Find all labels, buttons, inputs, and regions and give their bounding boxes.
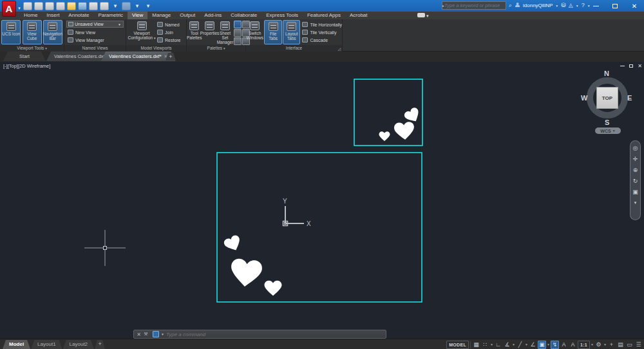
ucs-icon-toggle-button[interactable]: UCS Icon <box>1 20 21 44</box>
doc-close-button[interactable]: ✕ <box>638 63 642 69</box>
minimize-button[interactable] <box>586 0 605 12</box>
ribbon-tab-view[interactable]: View <box>128 12 147 19</box>
viewport-named-button[interactable]: Named <box>157 21 181 28</box>
navbar-caret-icon[interactable]: ▼ <box>634 200 638 206</box>
command-customize-wrench-icon[interactable]: ⚒ <box>144 332 147 337</box>
undo-icon[interactable] <box>100 2 109 10</box>
layout-tabs-toggle-button[interactable]: Layout Tabs <box>283 20 301 44</box>
tile-vertically-button[interactable]: Tile Vertically <box>302 28 342 36</box>
ribbon-icon[interactable] <box>234 29 242 37</box>
clean-screen-icon[interactable]: ▭ <box>625 341 634 349</box>
ribbon-tab-home[interactable]: Home <box>19 12 42 19</box>
redo-icon[interactable] <box>122 2 131 10</box>
polar-tracking-icon[interactable]: ∡ <box>503 341 511 349</box>
isodraft-icon[interactable]: ╱ <box>516 341 524 349</box>
save-as-icon[interactable] <box>56 2 65 10</box>
plot-yellow-icon[interactable] <box>67 2 76 10</box>
workspace-gear-icon[interactable]: ⚙ <box>594 341 603 349</box>
annotation-scale-button[interactable]: 1:1 <box>578 341 590 349</box>
workspace-gear-icon-caret[interactable]: ▼ <box>603 343 607 346</box>
help-icon[interactable]: ? <box>582 1 585 10</box>
object-snap-icon-caret[interactable]: ▼ <box>547 343 550 346</box>
undo-icon-caret[interactable]: ▾ <box>111 2 120 10</box>
heart-shape-5[interactable] <box>229 258 263 288</box>
annotation-monitor-icon[interactable]: + <box>607 341 616 349</box>
showmotion-icon[interactable]: ▣ <box>632 189 638 195</box>
view-cube-toggle-button[interactable]: View Cube <box>23 20 42 44</box>
polar-tracking-icon-caret[interactable]: ▼ <box>512 343 515 346</box>
command-line[interactable]: ✕ ⚒ ▼ <box>133 330 386 339</box>
navigation-bar[interactable]: ◎✛⊕↻▣▼ <box>630 140 641 220</box>
viewport-join-button[interactable]: Join <box>157 28 181 36</box>
command-close-icon[interactable]: ✕ <box>137 332 141 337</box>
new-view-button[interactable]: New View <box>68 28 126 36</box>
model-space-toggle[interactable]: MODEL <box>446 341 469 349</box>
ribbon-tab-parametric[interactable]: Parametric <box>93 12 128 19</box>
ribbon-tab-add-ins[interactable]: Add-ins <box>200 12 226 19</box>
view-manager-button[interactable]: View Manager <box>68 36 126 44</box>
user-menu-caret-icon[interactable]: ▼ <box>555 4 558 8</box>
doc-minimize-button[interactable] <box>620 66 625 66</box>
steering-wheel-icon[interactable]: ◎ <box>633 145 638 151</box>
annotation-objects-icon[interactable]: A <box>569 341 577 349</box>
mobile-share-icon[interactable] <box>78 2 87 10</box>
print-icon[interactable] <box>89 2 98 10</box>
pan-icon[interactable]: ✛ <box>633 156 638 162</box>
heart-shape-1[interactable] <box>403 106 422 125</box>
cart-icon[interactable]: ⛁ <box>561 1 566 10</box>
dialog-launcher-icon[interactable]: ◿ <box>337 46 341 51</box>
tile-horizontally-button[interactable]: Tile Horizontally <box>302 21 342 28</box>
ortho-icon[interactable]: ∟ <box>494 341 502 349</box>
file-tabs-toggle-button[interactable]: File Tabs <box>264 20 282 44</box>
layout-tab-model[interactable]: Model <box>3 340 30 349</box>
ribbon-tab-annotate[interactable]: Annotate <box>64 12 93 19</box>
compass-west[interactable]: W <box>581 94 587 102</box>
osnap-tracking-icon[interactable]: ∠ <box>529 341 537 349</box>
units-icon[interactable]: ▤ <box>616 341 625 349</box>
snap-mode-icon[interactable]: ∷ <box>481 341 489 349</box>
app-caret-icon[interactable]: ▼ <box>576 4 579 8</box>
recent-commands-caret-icon[interactable]: ▼ <box>161 332 164 336</box>
layout-tab-layout1[interactable]: Layout1 <box>31 340 62 349</box>
view-cube[interactable]: N S W E TOP WCS▼ <box>580 71 635 135</box>
username-label[interactable]: idonnyQillNP <box>523 3 553 8</box>
maximize-button[interactable] <box>605 0 625 12</box>
view-dropdown[interactable]: Unsaved View ▼ <box>66 21 124 28</box>
search-binoculars-icon[interactable]: ⌕ <box>509 1 512 10</box>
cascade-button[interactable]: Cascade <box>302 36 342 44</box>
customize-menu-icon[interactable]: ☰ <box>634 341 643 349</box>
command-input[interactable] <box>166 332 386 337</box>
viewport-restore-button[interactable]: Restore <box>157 36 181 44</box>
autocad-logo[interactable]: A <box>2 1 16 17</box>
markup-icon[interactable] <box>234 37 242 45</box>
heart-shape-6[interactable] <box>265 281 282 296</box>
redo-icon-caret[interactable]: ▾ <box>133 2 142 10</box>
properties-button[interactable]: Properties <box>202 20 217 44</box>
viewcube-top-face[interactable]: TOP <box>596 87 618 109</box>
ribbon-tab-featured-apps[interactable]: Featured Apps <box>303 12 345 19</box>
panel-label-viewport-tools[interactable]: Viewport Tools ▾ <box>0 45 64 52</box>
switch-windows-toggle-button[interactable]: Switch Windows <box>246 20 263 44</box>
orbit-icon[interactable]: ↻ <box>633 178 638 184</box>
panel-label-palettes[interactable]: Palettes ▾ <box>187 45 245 52</box>
annotation-scale-button-caret[interactable]: ▼ <box>591 343 594 346</box>
open-folder-icon[interactable] <box>34 2 43 10</box>
ribbon-tab-acrobat[interactable]: Acrobat <box>345 12 372 19</box>
viewport-controls-label[interactable]: [-][Top][2D Wireframe] <box>3 63 50 69</box>
wcs-menu-button[interactable]: WCS▼ <box>595 127 621 134</box>
zoom-icon[interactable]: ⊕ <box>633 167 638 173</box>
autoscale-icon[interactable]: A <box>560 341 568 349</box>
compass-south[interactable]: S <box>605 118 609 126</box>
heart-shape-4[interactable] <box>223 234 243 253</box>
doc-restore-button[interactable] <box>629 64 633 68</box>
file-tab-valentines-coasters-dxf-[interactable]: Valentines Coasters.dxf*✕ <box>101 52 175 61</box>
ribbon-tab-output[interactable]: Output <box>175 12 200 19</box>
sheet-set-manager-button[interactable]: Sheet Set Manager <box>217 20 232 44</box>
file-tab-start[interactable]: Start <box>3 52 46 61</box>
layout-tab-layout2[interactable]: Layout2 <box>63 340 94 349</box>
annotation-visibility-icon[interactable]: ↯ <box>551 341 559 349</box>
search-box[interactable]: ▸ <box>442 1 506 10</box>
autodesk-app-icon[interactable]: ◬ <box>569 1 573 10</box>
isodraft-icon-caret[interactable]: ▼ <box>525 343 528 346</box>
user-avatar-icon[interactable]: 👤︎ <box>515 1 520 10</box>
